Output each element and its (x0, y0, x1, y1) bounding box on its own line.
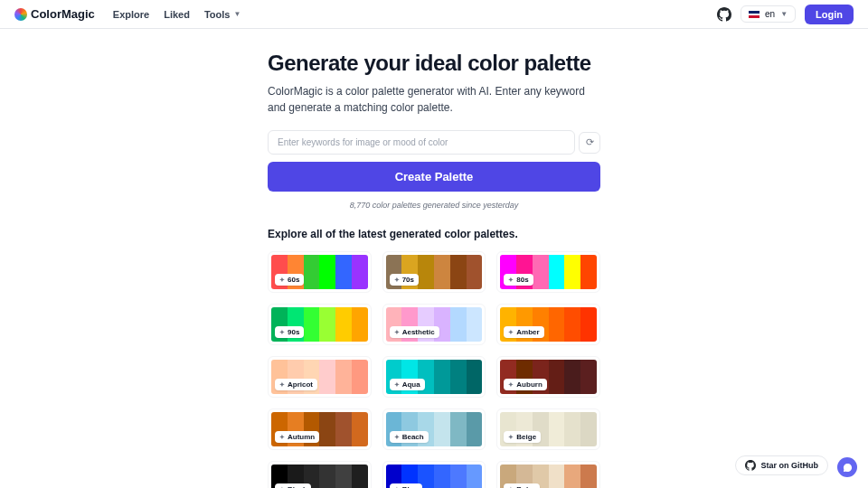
sparkle-icon: ✦ (508, 434, 514, 441)
color-swatch (564, 412, 580, 446)
color-swatch (319, 255, 335, 289)
color-swatch (418, 255, 434, 289)
github-icon[interactable] (717, 7, 731, 22)
sparkle-icon: ✦ (394, 434, 400, 441)
palette-grid: ✦60s✦70s✦80s✦90s✦Aesthetic✦Amber✦Apricot… (268, 251, 600, 488)
subtitle: ColorMagic is a color palette generator … (268, 83, 600, 116)
login-button[interactable]: Login (805, 5, 854, 24)
palette-card[interactable]: ✦Apricot (268, 356, 372, 398)
sparkle-icon: ✦ (394, 381, 400, 389)
nav-links: Explore Liked Tools ▼ (113, 9, 241, 20)
color-swatch (434, 412, 450, 446)
color-swatch (564, 307, 580, 342)
color-swatch (304, 255, 320, 289)
chat-button[interactable] (837, 457, 857, 477)
palette-card[interactable]: ✦80s (496, 251, 600, 293)
palette-tag: ✦90s (275, 326, 304, 338)
palette-card[interactable]: ✦Beige (496, 408, 600, 450)
palette-label: Apricot (288, 380, 313, 389)
sparkle-icon: ✦ (279, 277, 285, 284)
palette-tag: ✦80s (504, 274, 533, 286)
color-swatch (564, 255, 580, 289)
nav-liked[interactable]: Liked (164, 9, 190, 20)
palette-tag: ✦Amber (504, 326, 543, 338)
palette-card[interactable]: ✦Blue (382, 461, 486, 488)
color-swatch (467, 255, 483, 289)
github-icon (745, 460, 756, 471)
palette-card[interactable]: ✦Autumn (268, 408, 372, 450)
header-right: en ▼ Login (717, 5, 854, 24)
main: Generate your ideal color palette ColorM… (0, 29, 868, 488)
palette-card[interactable]: ✦Amber (496, 304, 600, 345)
palette-label: 70s (402, 276, 414, 284)
color-swatch (549, 255, 565, 289)
color-swatch (304, 307, 320, 342)
color-swatch (434, 360, 450, 394)
lang-select[interactable]: en ▼ (741, 5, 796, 23)
color-swatch (549, 465, 565, 488)
sparkle-icon: ✦ (279, 434, 285, 441)
color-swatch (450, 465, 467, 488)
palette-card[interactable]: ✦Boho (496, 461, 600, 488)
palette-card[interactable]: ✦Beach (382, 408, 486, 450)
color-swatch (319, 465, 335, 488)
logo-icon (14, 8, 27, 21)
palette-tag: ✦Aesthetic (390, 326, 439, 338)
palette-card[interactable]: ✦70s (382, 251, 486, 293)
palette-card[interactable]: ✦60s (268, 251, 372, 293)
color-swatch (549, 412, 565, 446)
chevron-down-icon: ▼ (780, 10, 788, 18)
color-swatch (335, 465, 352, 488)
palette-card[interactable]: ✦Aesthetic (382, 304, 486, 345)
color-swatch (580, 465, 597, 488)
color-swatch (352, 412, 368, 446)
color-swatch (467, 412, 483, 446)
palette-tag: ✦Blue (390, 483, 422, 488)
color-swatch (467, 307, 483, 342)
color-swatch (352, 307, 368, 342)
palette-label: Aesthetic (402, 328, 435, 336)
palette-label: Beach (402, 433, 424, 441)
sparkle-icon: ✦ (508, 329, 514, 336)
palette-label: Amber (516, 328, 539, 336)
palette-tag: ✦Apricot (275, 379, 317, 390)
color-swatch (580, 307, 597, 342)
palette-label: 90s (288, 328, 299, 336)
color-swatch (450, 412, 467, 446)
lang-label: en (765, 9, 775, 19)
nav-tools-label: Tools (204, 9, 231, 20)
github-star-button[interactable]: Star on GitHub (735, 455, 829, 475)
sparkle-icon: ✦ (279, 381, 285, 389)
color-swatch (319, 360, 335, 394)
palette-card[interactable]: ✦90s (268, 304, 372, 345)
palette-card[interactable]: ✦Black (268, 461, 372, 488)
palette-card[interactable]: ✦Auburn (496, 356, 600, 398)
color-swatch (335, 307, 352, 342)
color-swatch (564, 360, 580, 394)
color-swatch (467, 465, 483, 488)
sparkle-icon: ✦ (394, 329, 400, 336)
refresh-icon: ⟳ (586, 136, 594, 148)
refresh-button[interactable]: ⟳ (579, 132, 600, 154)
input-row: ⟳ (268, 130, 600, 155)
brand-name: ColorMagic (31, 7, 95, 21)
color-swatch (580, 360, 597, 394)
palette-tag: ✦Autumn (275, 431, 319, 443)
color-swatch (450, 255, 467, 289)
nav-tools[interactable]: Tools ▼ (204, 9, 241, 20)
keyword-input[interactable] (268, 130, 575, 155)
color-swatch (352, 360, 368, 394)
sparkle-icon: ✦ (394, 277, 400, 284)
color-swatch (434, 465, 450, 488)
color-swatch (467, 360, 483, 394)
sparkle-icon: ✦ (508, 381, 514, 389)
palette-card[interactable]: ✦Aqua (382, 356, 486, 398)
stats-text: 8,770 color palettes generated since yes… (268, 201, 600, 210)
logo[interactable]: ColorMagic (14, 7, 95, 21)
create-palette-button[interactable]: Create Palette (268, 162, 600, 192)
palette-tag: ✦70s (390, 274, 419, 286)
color-swatch (434, 255, 450, 289)
nav-explore[interactable]: Explore (113, 9, 149, 20)
palette-label: 80s (516, 276, 528, 284)
color-swatch (580, 255, 597, 289)
